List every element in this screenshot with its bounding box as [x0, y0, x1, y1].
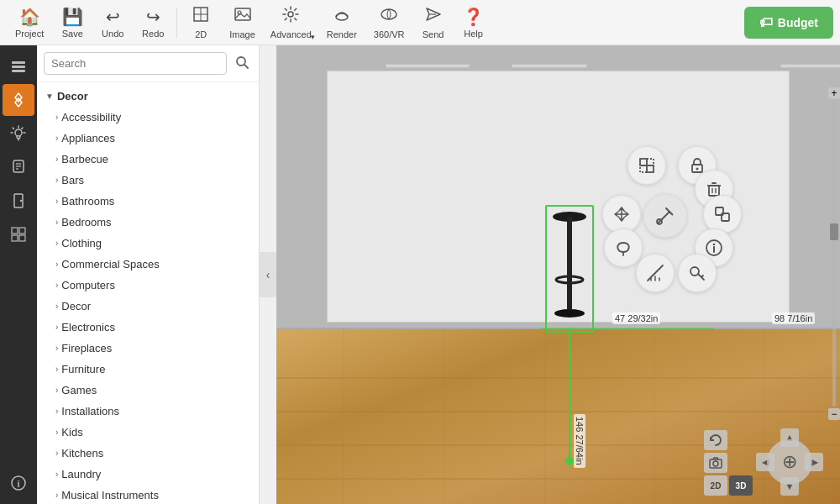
sidebar-item-furniture[interactable]: › Furniture: [37, 359, 259, 380]
svg-rect-9: [12, 61, 25, 64]
toolbar-advanced[interactable]: Advanced: [264, 2, 318, 44]
toolbar-image[interactable]: Image: [221, 2, 264, 44]
toolbar-help[interactable]: ❓ Help: [454, 2, 494, 44]
search-box: [37, 45, 259, 82]
viewport[interactable]: 47 29/32in 98 7/16in 146 27/64in: [276, 45, 840, 504]
view-2d-button[interactable]: 2D: [704, 475, 727, 496]
budget-button[interactable]: 🏷 Budget: [744, 7, 833, 39]
toolbar-2d-label: 2D: [195, 29, 207, 39]
toolbar-save-label: Save: [62, 29, 83, 39]
help-icon: ❓: [463, 7, 484, 27]
sidebar-item-games[interactable]: › Games: [37, 380, 259, 401]
toolbar-advanced-label: Advanced: [270, 29, 312, 39]
measure-label-depth: 146 27/64in: [574, 414, 585, 468]
toolbar-send[interactable]: Send: [413, 2, 454, 44]
zoom-out-button[interactable]: −: [828, 408, 840, 420]
sidebar-list: ▼ Decor › Accessibility › Appliances › B…: [37, 82, 259, 504]
sidebar-item-musical-instruments[interactable]: › Musical Instruments: [37, 485, 259, 504]
iconbar-paint[interactable]: [3, 151, 34, 183]
svg-rect-22: [19, 235, 25, 241]
measure-label-right: 98 7/16in: [772, 312, 815, 324]
sidebar-item-installations[interactable]: › Installations: [37, 401, 259, 422]
zoom-in-button[interactable]: +: [828, 87, 840, 99]
chevron-icon: ›: [55, 260, 58, 269]
chevron-icon: ›: [55, 470, 58, 479]
toolbar-image-label: Image: [229, 29, 255, 39]
sidebar-item-bedrooms[interactable]: › Bedrooms: [37, 212, 259, 233]
sidebar-item-clothing[interactable]: › Clothing: [37, 233, 259, 254]
chevron-icon: ›: [55, 344, 58, 353]
toolbar-separator-1: [176, 8, 177, 38]
sidebar-item-appliances[interactable]: › Appliances: [37, 128, 259, 149]
measure-line-vertical: [569, 328, 570, 462]
toolbar-project[interactable]: 🏠 Project: [7, 2, 52, 44]
iconbar-lights[interactable]: [3, 118, 34, 150]
svg-rect-41: [640, 159, 647, 165]
sidebar-item-electronics[interactable]: › Electronics: [37, 317, 259, 338]
chevron-icon: ›: [55, 449, 58, 458]
sidebar-root-header[interactable]: ▼ Decor: [37, 86, 259, 107]
toolbar-undo[interactable]: ↩ Undo: [92, 2, 133, 44]
toolbar-undo-label: Undo: [102, 29, 123, 39]
chevron-icon: ›: [55, 428, 58, 437]
svg-line-26: [244, 65, 248, 68]
chevron-icon: ›: [55, 155, 58, 164]
sidebar-item-decor[interactable]: › Decor: [37, 296, 259, 317]
sidebar-item-laundry[interactable]: › Laundry: [37, 464, 259, 485]
radial-edit-button[interactable]: [627, 146, 666, 185]
radial-key-button[interactable]: [678, 254, 717, 292]
camera-button[interactable]: [704, 453, 727, 473]
sidebar: ▼ Decor › Accessibility › Appliances › B…: [37, 45, 260, 504]
budget-icon: 🏷: [759, 15, 773, 30]
chevron-icon: ›: [55, 365, 58, 374]
sidebar-item-commercial-spaces[interactable]: › Commercial Spaces: [37, 254, 259, 275]
chevron-icon: ›: [55, 197, 58, 206]
iconbar-objects[interactable]: [3, 84, 34, 116]
svg-rect-47: [709, 186, 719, 196]
chevron-icon: ›: [55, 386, 58, 395]
image-icon: [234, 5, 252, 28]
chevron-icon: ›: [55, 491, 58, 500]
sidebar-collapse-button[interactable]: ‹: [260, 252, 276, 297]
sidebar-item-computers[interactable]: › Computers: [37, 275, 259, 296]
iconbar-info[interactable]: i: [3, 467, 34, 499]
svg-point-62: [713, 461, 718, 466]
radial-clone-button[interactable]: [703, 195, 742, 234]
search-input[interactable]: [44, 52, 227, 75]
svg-rect-21: [12, 235, 18, 241]
iconbar-layers[interactable]: [3, 50, 34, 82]
radial-measure-button[interactable]: [636, 254, 675, 292]
toolbar-help-label: Help: [464, 29, 483, 39]
sidebar-item-barbecue[interactable]: › Barbecue: [37, 149, 259, 170]
iconbar-doors[interactable]: [3, 185, 34, 217]
sidebar-item-accessibility[interactable]: › Accessibility: [37, 107, 259, 128]
svg-rect-11: [12, 70, 25, 72]
zoom-track: [832, 101, 836, 407]
iconbar-walls[interactable]: [3, 218, 34, 250]
radial-tools-button[interactable]: [643, 194, 687, 238]
chevron-icon: ›: [55, 302, 58, 311]
toolbar-render[interactable]: Render: [318, 2, 365, 44]
search-button[interactable]: [232, 54, 252, 74]
chevron-icon: ›: [55, 134, 58, 143]
toolbar-save[interactable]: 💾 Save: [52, 2, 92, 44]
sidebar-item-bathrooms[interactable]: › Bathrooms: [37, 191, 259, 212]
view-3d-button[interactable]: 3D: [729, 475, 753, 496]
nav-center-button[interactable]: ⊕: [767, 439, 812, 485]
toolbar-render-label: Render: [327, 29, 357, 39]
2d-icon: [192, 5, 210, 28]
main-content: i ▼ Decor › Accessibility › Appliances: [0, 45, 840, 504]
svg-rect-43: [640, 165, 647, 172]
reset-view-button[interactable]: [704, 430, 727, 450]
sidebar-item-fireplaces[interactable]: › Fireplaces: [37, 338, 259, 359]
sidebar-item-bars[interactable]: › Bars: [37, 170, 259, 191]
toolbar-2d[interactable]: 2D: [181, 2, 221, 44]
sidebar-item-kids[interactable]: › Kids: [37, 422, 259, 443]
measure-label-left: 47 29/32in: [612, 312, 660, 324]
toolbar-360vr[interactable]: 360/VR: [365, 2, 413, 44]
sidebar-item-kitchens[interactable]: › Kitchens: [37, 443, 259, 464]
toolbar-redo[interactable]: ↪ Redo: [133, 2, 173, 44]
zoom-thumb[interactable]: [830, 223, 838, 240]
ceiling-molding-left: [386, 64, 470, 68]
radial-lasso-button[interactable]: [604, 228, 643, 267]
